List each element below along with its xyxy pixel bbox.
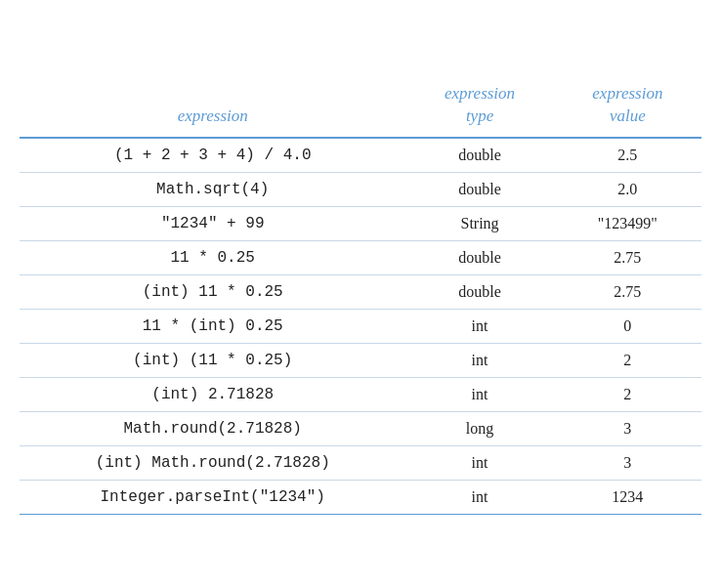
cell-value: 2.5 xyxy=(554,138,701,173)
table-row: 11 * (int) 0.25int0 xyxy=(20,309,701,343)
table-row: (int) 2.71828int2 xyxy=(20,377,701,411)
cell-expression: Math.sqrt(4) xyxy=(20,172,405,206)
header-expression: expression xyxy=(20,73,405,137)
cell-value: 1234 xyxy=(554,480,701,514)
expressions-table: expression expressiontype expressionvalu… xyxy=(20,73,701,514)
table-row: (1 + 2 + 3 + 4) / 4.0double2.5 xyxy=(20,138,701,173)
cell-type: long xyxy=(405,411,553,445)
cell-value: 2.0 xyxy=(554,172,701,206)
cell-expression: Integer.parseInt("1234") xyxy=(20,480,405,514)
cell-value: "123499" xyxy=(554,206,701,240)
cell-type: double xyxy=(405,240,553,274)
cell-value: 2.75 xyxy=(554,274,701,309)
cell-type: double xyxy=(405,138,553,173)
table-row: Integer.parseInt("1234")int1234 xyxy=(20,480,701,514)
cell-type: int xyxy=(405,480,553,514)
table-row: "1234" + 99String"123499" xyxy=(20,206,701,240)
cell-expression: (int) 2.71828 xyxy=(20,377,405,411)
cell-value: 2 xyxy=(554,377,701,411)
cell-expression: (1 + 2 + 3 + 4) / 4.0 xyxy=(20,138,405,173)
table-header-row: expression expressiontype expressionvalu… xyxy=(20,73,701,137)
cell-expression: 11 * 0.25 xyxy=(20,240,405,274)
cell-expression: 11 * (int) 0.25 xyxy=(20,309,405,343)
cell-expression: (int) (11 * 0.25) xyxy=(20,343,405,377)
cell-expression: (int) 11 * 0.25 xyxy=(20,274,405,309)
cell-expression: "1234" + 99 xyxy=(20,206,405,240)
cell-value: 3 xyxy=(554,411,701,445)
table-row: (int) Math.round(2.71828)int3 xyxy=(20,445,701,480)
main-table-container: expression expressiontype expressionvalu… xyxy=(20,73,701,514)
cell-type: String xyxy=(405,206,553,240)
cell-expression: (int) Math.round(2.71828) xyxy=(20,445,405,480)
table-row: (int) 11 * 0.25double2.75 xyxy=(20,274,701,309)
cell-type: int xyxy=(405,343,553,377)
cell-type: int xyxy=(405,377,553,411)
cell-type: int xyxy=(405,309,553,343)
table-row: 11 * 0.25double2.75 xyxy=(20,240,701,274)
cell-expression: Math.round(2.71828) xyxy=(20,411,405,445)
cell-value: 2 xyxy=(554,343,701,377)
cell-type: double xyxy=(405,172,553,206)
table-row: Math.round(2.71828)long3 xyxy=(20,411,701,445)
header-expression-value: expressionvalue xyxy=(554,73,701,137)
cell-type: double xyxy=(405,274,553,309)
cell-value: 3 xyxy=(554,445,701,480)
cell-value: 2.75 xyxy=(554,240,701,274)
header-expression-type: expressiontype xyxy=(405,73,553,137)
table-row: (int) (11 * 0.25)int2 xyxy=(20,343,701,377)
cell-type: int xyxy=(405,445,553,480)
table-row: Math.sqrt(4)double2.0 xyxy=(20,172,701,206)
cell-value: 0 xyxy=(554,309,701,343)
